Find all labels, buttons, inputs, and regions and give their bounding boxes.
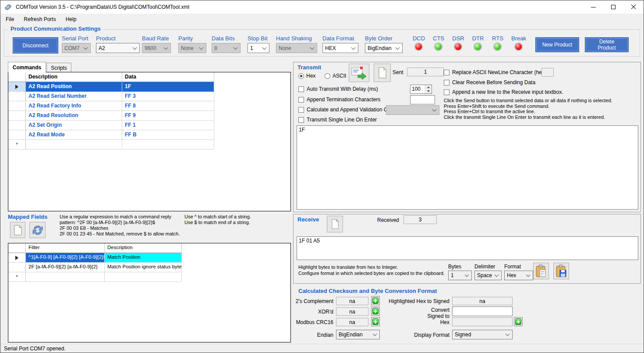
new-document-icon [14,225,22,235]
byte-order-label: Byte Order [365,35,393,42]
table-row[interactable]: 2F [a-fA-F0-9]{2} [a-fA-F0-9]{2} Match P… [8,263,290,272]
parity-label: Parity [178,35,193,42]
plus-icon [372,318,379,325]
calc-validation-checkbox[interactable] [298,107,304,113]
single-line-checkbox[interactable] [298,117,304,123]
table-row[interactable]: A2 Read Mode FF B [8,130,290,140]
modbus-value: na [336,318,368,326]
stop-bit-select[interactable]: 1 [248,43,269,53]
table-row[interactable]: A2 Read Position 1F [8,82,290,92]
validation-code-select[interactable] [386,105,439,115]
checksum-title: Calculated Checksum and Byte Conversion … [298,288,437,294]
chevron-down-icon [262,45,267,50]
append-termination-label: Append Termination Characters [307,96,381,103]
bytes-label: Bytes [448,264,461,270]
endian-select[interactable]: BigEndian [336,330,380,339]
tab-commands[interactable]: Commands [8,62,46,72]
modbus-add-button[interactable] [371,317,380,326]
delete-product-button[interactable]: Delete Product [585,37,629,52]
maximize-button[interactable] [603,0,623,14]
new-row[interactable]: * [8,140,290,150]
delay-stepper[interactable]: 100 [410,85,432,94]
xord-add-button[interactable] [371,307,380,316]
dsr-label: DSR [452,35,464,42]
settings-group-title: Product Communication Settings [9,25,103,32]
save-clipboard-button[interactable] [553,263,569,279]
close-button[interactable] [623,0,644,14]
transmit-hints: Click the Send button to transmit select… [444,98,612,120]
sent-label: Sent [393,69,403,75]
mapped-fields-new-button[interactable] [10,222,25,238]
menu-refresh-ports[interactable]: Refresh Ports [19,14,60,24]
chevron-down-icon [133,45,137,50]
replace-newline-checkbox[interactable] [444,70,449,75]
replace-newline-input[interactable] [541,68,554,77]
receive-hints: Highlight bytes to translate from hex to… [298,264,445,276]
append-newline-checkbox[interactable] [444,89,449,95]
twos-complement-add-button[interactable] [371,296,380,305]
append-newline-label: Append a new line to the Receive input t… [452,89,563,95]
minimize-icon [591,7,596,7]
chevron-down-icon [199,45,204,50]
termination-input[interactable] [410,95,435,104]
title-bar: COMTool Version 3.5 - C:\ProgramData\US … [0,0,644,14]
menu-file[interactable]: File [1,14,18,24]
tab-scripts[interactable]: Scripts [46,63,71,72]
byte-order-select[interactable]: BigEndian [365,43,403,53]
bytes-select[interactable]: 1 [448,271,472,280]
copy-to-clipboard-button[interactable] [533,263,549,279]
clear-receive-checkbox[interactable] [444,80,449,86]
hex-radio[interactable] [298,73,304,79]
signed-to-hex-add-button[interactable] [514,317,523,326]
send-button[interactable] [349,64,369,82]
delimiter-select[interactable]: Space [474,271,502,280]
product-select[interactable]: A2 [96,43,140,53]
data-format-select[interactable]: HEX [322,43,358,53]
menu-help[interactable]: Help [61,14,81,24]
new-row[interactable]: * [8,272,290,282]
baud-rate-select[interactable]: 9600 [142,43,171,53]
chevron-down-icon [396,45,400,50]
ascii-radio[interactable] [325,73,330,79]
new-product-button[interactable]: New Product [535,37,579,52]
receive-textarea[interactable]: 1F 01 A5 [297,236,638,260]
append-termination-checkbox[interactable] [298,97,304,103]
col-data[interactable]: Data [122,72,214,82]
mapped-fields-refresh-button[interactable] [29,222,46,238]
table-row[interactable]: A2 Read Resolution FF 9 [8,111,290,121]
received-count: 3 [403,215,437,224]
transmit-textarea[interactable]: 1F [297,125,638,210]
table-row[interactable]: A2 Read Factory Info FF 8 [8,101,290,111]
col-description[interactable]: Description [105,243,182,253]
chevron-down-icon [84,45,88,50]
close-icon [631,4,636,10]
data-bits-select[interactable]: 8 [212,43,241,53]
parity-select[interactable]: None [178,43,206,53]
display-format-select[interactable]: Signed [452,330,513,339]
stepper-down-icon[interactable] [425,89,432,94]
table-row[interactable]: ^1[A-F0-9] [A-F0-9]{2} [A-F0-9]{2}$ Matc… [8,253,290,263]
hand-shaking-select[interactable]: None [276,43,317,53]
col-description[interactable]: Description [26,72,122,82]
stepper-up-icon[interactable] [425,85,432,89]
auto-transmit-checkbox[interactable] [298,86,304,92]
single-line-label: Transmit Single Line On Enter [307,117,377,123]
transmit-clear-button[interactable] [374,64,391,82]
receive-clear-button[interactable] [327,216,343,232]
convert-signed-input[interactable] [452,307,513,316]
send-icon [351,66,367,79]
table-row[interactable]: A2 Read Serial Number FF 3 [8,92,290,101]
format-select[interactable]: Hex [504,271,533,280]
chevron-down-icon [506,332,510,336]
chevron-down-icon [234,45,238,50]
chevron-down-icon [526,273,531,277]
col-filter[interactable]: Filter [26,243,105,253]
chevron-down-icon [373,332,377,336]
dcd-label: DCD [413,35,425,42]
mapped-grid-header: Filter Description [8,243,290,253]
minimize-button[interactable] [583,0,603,14]
table-row[interactable]: A2 Set Origin FF 1 [8,121,290,130]
serial-port-select[interactable]: COM7 [62,43,91,53]
xord-label: XOR'd [290,309,333,315]
disconnect-button[interactable]: Disconnect [13,37,58,53]
